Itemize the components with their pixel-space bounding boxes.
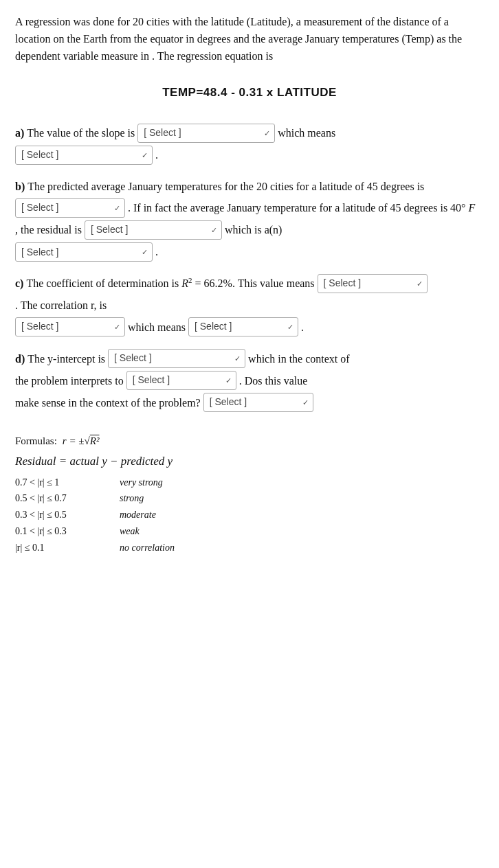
formulas-section: Formulas: r = ±√R² Residual = actual y −… — [15, 433, 484, 556]
correlation-table: 0.7 < |r| ≤ 1 very strong 0.5 < |r| ≤ 0.… — [15, 475, 484, 556]
chevron-down-icon: ✓ — [114, 321, 120, 334]
chevron-down-icon: ✓ — [114, 202, 120, 215]
section-b-label: b) — [15, 177, 25, 196]
chevron-down-icon: ✓ — [302, 396, 309, 409]
section-c-text5: . — [301, 318, 304, 336]
chevron-down-icon: ✓ — [417, 277, 423, 290]
chevron-down-icon: ✓ — [142, 150, 148, 161]
chevron-down-icon: ✓ — [264, 127, 270, 140]
chevron-down-icon: ✓ — [211, 224, 217, 237]
section-d-label: d) — [15, 350, 25, 368]
section-d-text3: . Dos this value — [239, 372, 308, 390]
section-d-select3[interactable]: [ Select ] ✓ — [203, 393, 313, 412]
section-b-text3: , the residual is — [15, 220, 82, 239]
section-c-select2[interactable]: [ Select ] ✓ — [15, 317, 125, 336]
section-a: a) The value of the slope is [ Select ] … — [15, 124, 484, 165]
section-a-text2: which means — [278, 124, 335, 142]
chevron-down-icon: ✓ — [234, 352, 241, 365]
section-b-select1[interactable]: [ Select ] ✓ — [15, 198, 125, 218]
intro-text: A regression was done for 20 cities with… — [15, 16, 462, 62]
section-b-select3[interactable]: [ Select ] ✓ — [15, 242, 153, 262]
section-d-text2: which in the context of — [248, 350, 350, 368]
section-d-text2b: the problem interprets to — [15, 372, 124, 390]
corr-row-2: 0.5 < |r| ≤ 0.7 strong — [15, 490, 484, 507]
section-c-select1[interactable]: [ Select ] ✓ — [318, 274, 428, 293]
section-c-text4: which means — [128, 318, 186, 336]
section-b: b) The predicted average January tempera… — [15, 177, 484, 262]
regression-equation: TEMP=48.4 - 0.31 x LATITUDE — [15, 84, 484, 102]
section-d-select2[interactable]: [ Select ] ✓ — [126, 371, 236, 390]
section-a-select2[interactable]: [ Select ] ✓ — [15, 146, 153, 165]
section-d-text1: The y-intercept is — [27, 350, 105, 368]
section-a-text3: . — [155, 147, 158, 163]
chevron-down-icon: ✓ — [142, 247, 148, 258]
section-d: d) The y-intercept is [ Select ] ✓ which… — [15, 349, 484, 412]
section-c-text1: The coefficient of determination is R2 =… — [26, 274, 314, 293]
r-formula: r = ±√R² — [63, 433, 100, 450]
section-b-text4: which is a(n) — [225, 220, 282, 239]
corr-row-4: 0.1 < |r| ≤ 0.3 weak — [15, 523, 484, 540]
corr-row-3: 0.3 < |r| ≤ 0.5 moderate — [15, 507, 484, 523]
intro-paragraph: A regression was done for 20 cities with… — [15, 14, 484, 65]
corr-row-5: |r| ≤ 0.1 no correlation — [15, 540, 484, 556]
section-b-text5: . — [155, 244, 158, 260]
corr-row-1: 0.7 < |r| ≤ 1 very strong — [15, 475, 484, 491]
section-d-select1[interactable]: [ Select ] ✓ — [108, 349, 245, 368]
section-d-text4: make sense in the context of the problem… — [15, 393, 201, 412]
section-c-label: c) — [15, 274, 23, 293]
section-c-select3[interactable]: [ Select ] ✓ — [188, 317, 298, 336]
section-a-label: a) — [15, 124, 24, 142]
chevron-down-icon: ✓ — [225, 374, 232, 387]
section-b-select2[interactable]: [ Select ] ✓ — [85, 220, 222, 240]
section-b-text1: The predicted average January temperatur… — [27, 177, 424, 196]
formulas-label: Formulas: — [15, 433, 57, 450]
residual-formula: Residual = actual y − predicted y — [15, 452, 173, 472]
section-b-text2: . If in fact the average January tempera… — [128, 198, 475, 217]
section-c: c) The coefficient of determination is R… — [15, 274, 484, 336]
section-a-select1[interactable]: [ Select ] ✓ — [137, 124, 275, 143]
chevron-down-icon: ✓ — [287, 321, 293, 334]
section-c-text3: . The correlation r, is — [15, 296, 107, 315]
section-a-text1: The value of the slope is — [27, 124, 135, 142]
